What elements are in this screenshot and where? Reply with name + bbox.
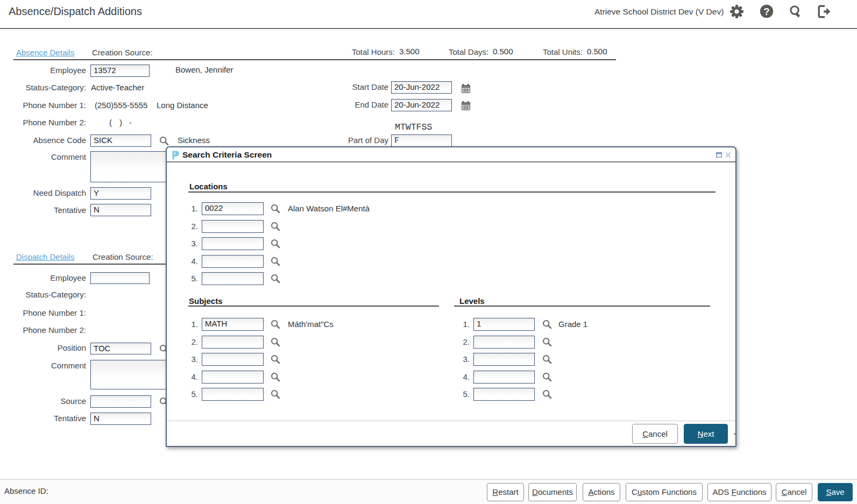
svg-text:?: ? xyxy=(764,6,770,17)
